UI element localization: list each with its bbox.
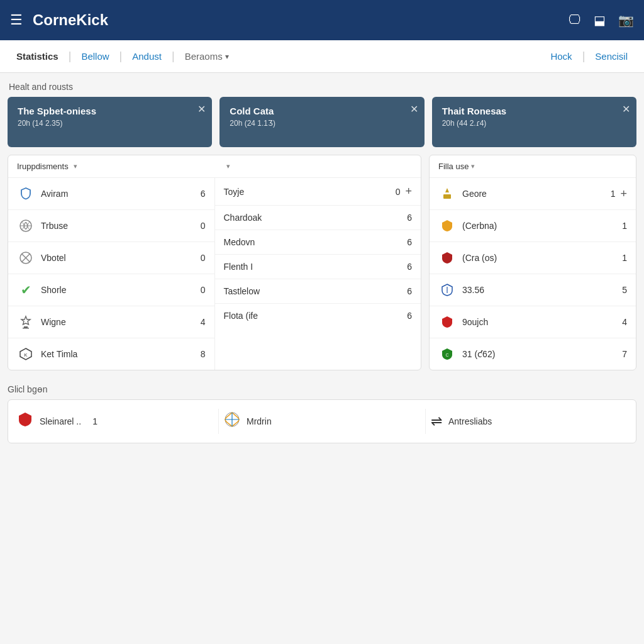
svg-text:C: C (445, 353, 448, 357)
header: ☰ CorneKick 🖵 ⬓ 📷 (0, 0, 644, 40)
table-row: Chardoak 6 (215, 206, 421, 230)
table-row: 9oujch 4 (430, 306, 636, 338)
toyje-name: Toyje (224, 187, 386, 197)
aviram-name: Aviram (41, 189, 191, 199)
geore-icon (438, 185, 456, 203)
shorle-name: Shorle (41, 285, 191, 295)
medovn-value: 6 (397, 237, 412, 247)
svg-rect-5 (23, 328, 29, 329)
table-row: Vbotel 0 (8, 242, 214, 274)
sleinarel-icon (17, 411, 33, 431)
toyje-plus[interactable]: + (405, 185, 412, 198)
tastlelow-name: Tastlelow (224, 286, 397, 296)
nav-sep-3: | (172, 50, 175, 63)
antresliabs-icon: ⇌ (431, 413, 442, 430)
card-3: ✕ Thait Ronesas 20h (44 2.ɾ4) (432, 97, 636, 147)
camera-icon[interactable]: 📷 (618, 13, 634, 28)
table-row: Medovn 6 (215, 230, 421, 255)
card-2: ✕ Cold Cata 20h (24 1.1Ʒ) (219, 97, 424, 147)
chardoak-name: Chardoak (224, 213, 397, 223)
right-panel-label: Filla use (438, 162, 469, 171)
card-2-sub: 20h (24 1.1Ʒ) (230, 119, 414, 128)
right-dropdown-arrow[interactable]: ▾ (226, 162, 230, 170)
oujch-icon (438, 313, 456, 331)
svg-rect-8 (443, 194, 451, 199)
table-row: C 31 (ƈ62) 7 (430, 338, 636, 370)
table-row: Flota (ife 6 (215, 304, 421, 328)
flenthI-name: Flenth I (224, 262, 397, 272)
card-3-close[interactable]: ✕ (622, 103, 630, 115)
card-3-sub: 20h (44 2.ɾ4) (442, 119, 626, 128)
num33-name: 33.56 (462, 285, 612, 295)
card-1-close[interactable]: ✕ (197, 103, 206, 115)
bottom-item-2: Mrdrin (224, 411, 420, 431)
flotaife-name: Flota (ife (224, 311, 397, 321)
download-icon[interactable]: ⬓ (594, 13, 606, 28)
sleinarel-value: 1 (92, 416, 97, 426)
num33-value: 5 (612, 285, 627, 295)
table-row: Flenth I 6 (215, 255, 421, 279)
menu-icon[interactable]: ☰ (10, 12, 23, 28)
aviram-icon (17, 185, 35, 203)
nav-sencisil[interactable]: Sencisil (586, 51, 636, 62)
left-dropdown-label: Iruppdisments (17, 162, 69, 171)
header-icons: 🖵 ⬓ 📷 (569, 13, 634, 28)
bottom-divider-2 (425, 409, 426, 434)
medovn-name: Medovn (224, 237, 397, 247)
navbar: Statistics | Bellow | Andust | Beraoms H… (0, 40, 644, 73)
right-panel-dropdown-arrow[interactable]: ▾ (471, 162, 475, 170)
kettimla-icon: K (17, 345, 35, 363)
left-col-1: Aviram 6 Trbuse 0 Vbotel 0 (8, 178, 215, 370)
nav-hock[interactable]: Hock (541, 51, 580, 62)
section1-title: Healt and rousts (0, 73, 644, 97)
table-row: (Cerbna) 1 (430, 210, 636, 242)
card-2-title: Cold Cata (230, 106, 414, 116)
mrdrin-icon (224, 411, 240, 431)
right-panel-header: Filla use ▾ (430, 155, 636, 178)
vbotel-name: Vbotel (41, 253, 191, 263)
table-row: Wigne 4 (8, 306, 214, 338)
trbuse-icon (17, 217, 35, 235)
wigne-value: 4 (191, 317, 206, 327)
bottom-item-3: ⇌ Antresliabs (431, 413, 627, 430)
kettimla-name: Ket Timla (41, 349, 191, 359)
kettimla-value: 8 (191, 349, 206, 359)
main-content: Iruppdisments ▾ ▾ Aviram 6 (0, 155, 644, 378)
wigne-icon (17, 313, 35, 331)
bottom-divider-1 (218, 409, 219, 434)
left-col-2: Toyje 0 + Chardoak 6 Medovn 6 Flenth I 6 (215, 178, 421, 370)
svg-text:K: K (24, 352, 28, 358)
left-header-right: ▾ (205, 162, 412, 170)
num31-value: 7 (612, 349, 627, 359)
nav-andust[interactable]: Andust (123, 51, 170, 62)
nav-bellow[interactable]: Bellow (72, 51, 118, 62)
trbuse-value: 0 (191, 221, 206, 231)
window-icon[interactable]: 🖵 (569, 13, 581, 28)
oujch-name: 9oujch (462, 317, 612, 327)
svg-rect-4 (24, 326, 28, 328)
wigne-name: Wigne (41, 317, 191, 327)
card-2-close[interactable]: ✕ (410, 103, 418, 115)
card-1: ✕ The Spbet-oniess 20h (14 2.35) (8, 97, 212, 147)
geore-plus[interactable]: + (620, 187, 627, 201)
nav-sep-1: | (69, 50, 72, 63)
cerbna-value: 1 (612, 221, 627, 231)
left-dropdown-arrow[interactable]: ▾ (74, 162, 77, 170)
nav-sep-2: | (119, 50, 123, 63)
nav-beraoms[interactable]: Beraoms (176, 51, 238, 62)
bottom-item-1: Sleinarel .. 1 (17, 411, 213, 431)
oujch-value: 4 (612, 317, 627, 327)
nav-sep-4: | (582, 50, 586, 63)
bottom-card: Sleinarel .. 1 Mrdrin ⇌ Antresliabs (8, 399, 636, 443)
table-row: K Ket Timla 8 (8, 338, 214, 370)
shorle-icon: ✔ (17, 281, 35, 299)
aviram-value: 6 (191, 189, 206, 199)
card-3-title: Thait Ronesas (442, 106, 626, 116)
shorle-value: 0 (191, 285, 206, 295)
chardoak-value: 6 (397, 213, 412, 223)
table-row: Geore 1 + (430, 178, 636, 210)
trbuse-name: Trbuse (41, 221, 191, 231)
left-header-left: Iruppdisments ▾ (17, 162, 205, 171)
nav-statistics[interactable]: Statistics (8, 51, 67, 62)
cralos-value: 1 (612, 253, 627, 263)
